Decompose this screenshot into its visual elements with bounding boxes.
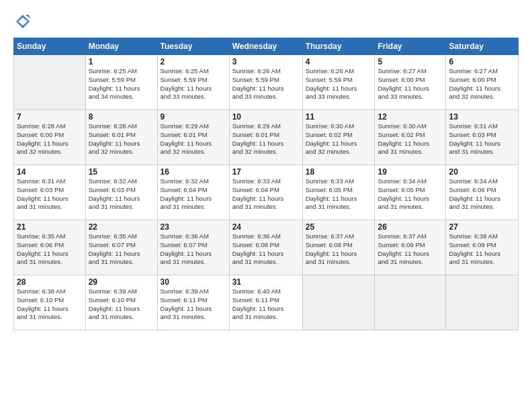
calendar-cell: 3Sunrise: 6:26 AM Sunset: 5:59 PM Daylig… bbox=[229, 55, 302, 110]
day-info: Sunrise: 6:29 AM Sunset: 6:01 PM Dayligh… bbox=[161, 122, 226, 156]
calendar-cell: 12Sunrise: 6:30 AM Sunset: 6:02 PM Dayli… bbox=[375, 110, 446, 165]
dow-header-monday: Monday bbox=[85, 38, 157, 55]
calendar-cell: 25Sunrise: 6:37 AM Sunset: 6:08 PM Dayli… bbox=[302, 220, 375, 275]
day-info: Sunrise: 6:31 AM Sunset: 6:03 PM Dayligh… bbox=[449, 122, 515, 156]
day-info: Sunrise: 6:33 AM Sunset: 6:05 PM Dayligh… bbox=[306, 177, 372, 212]
day-info: Sunrise: 6:39 AM Sunset: 6:11 PM Dayligh… bbox=[161, 287, 226, 322]
svg-marker-2 bbox=[26, 15, 31, 19]
day-info: Sunrise: 6:26 AM Sunset: 5:59 PM Dayligh… bbox=[306, 67, 372, 101]
page: SundayMondayTuesdayWednesdayThursdayFrid… bbox=[0, 0, 532, 411]
day-info: Sunrise: 6:37 AM Sunset: 6:08 PM Dayligh… bbox=[306, 232, 372, 267]
calendar-cell: 4Sunrise: 6:26 AM Sunset: 5:59 PM Daylig… bbox=[302, 55, 375, 110]
day-number: 9 bbox=[161, 112, 226, 122]
day-info: Sunrise: 6:36 AM Sunset: 6:07 PM Dayligh… bbox=[161, 232, 226, 267]
day-info: Sunrise: 6:32 AM Sunset: 6:04 PM Dayligh… bbox=[161, 177, 226, 212]
calendar-cell: 15Sunrise: 6:32 AM Sunset: 6:03 PM Dayli… bbox=[85, 165, 157, 220]
day-number: 31 bbox=[232, 277, 300, 287]
calendar-cell: 22Sunrise: 6:35 AM Sunset: 6:07 PM Dayli… bbox=[85, 220, 157, 275]
calendar-cell: 19Sunrise: 6:34 AM Sunset: 6:05 PM Dayli… bbox=[375, 165, 446, 220]
calendar-cell: 7Sunrise: 6:28 AM Sunset: 6:00 PM Daylig… bbox=[14, 110, 86, 165]
calendar-cell: 28Sunrise: 6:38 AM Sunset: 6:10 PM Dayli… bbox=[14, 275, 86, 330]
calendar-cell: 10Sunrise: 6:29 AM Sunset: 6:01 PM Dayli… bbox=[229, 110, 302, 165]
day-info: Sunrise: 6:34 AM Sunset: 6:05 PM Dayligh… bbox=[378, 177, 443, 212]
dow-header-wednesday: Wednesday bbox=[229, 38, 302, 55]
day-number: 22 bbox=[89, 222, 154, 232]
day-info: Sunrise: 6:30 AM Sunset: 6:02 PM Dayligh… bbox=[378, 122, 443, 156]
calendar-cell: 20Sunrise: 6:34 AM Sunset: 6:06 PM Dayli… bbox=[446, 165, 519, 220]
header bbox=[13, 12, 519, 31]
calendar-cell: 16Sunrise: 6:32 AM Sunset: 6:04 PM Dayli… bbox=[157, 165, 229, 220]
day-number: 15 bbox=[89, 167, 154, 177]
day-info: Sunrise: 6:35 AM Sunset: 6:07 PM Dayligh… bbox=[89, 232, 154, 267]
week-row-4: 21Sunrise: 6:35 AM Sunset: 6:06 PM Dayli… bbox=[14, 220, 519, 275]
day-info: Sunrise: 6:28 AM Sunset: 6:01 PM Dayligh… bbox=[89, 122, 154, 156]
day-info: Sunrise: 6:25 AM Sunset: 5:59 PM Dayligh… bbox=[161, 67, 226, 101]
day-number: 7 bbox=[17, 112, 83, 122]
day-number: 18 bbox=[306, 167, 372, 177]
day-info: Sunrise: 6:38 AM Sunset: 6:09 PM Dayligh… bbox=[449, 232, 515, 267]
day-info: Sunrise: 6:25 AM Sunset: 5:59 PM Dayligh… bbox=[89, 67, 154, 101]
day-number: 17 bbox=[232, 167, 300, 177]
calendar-cell: 18Sunrise: 6:33 AM Sunset: 6:05 PM Dayli… bbox=[302, 165, 375, 220]
calendar-cell: 14Sunrise: 6:31 AM Sunset: 6:03 PM Dayli… bbox=[14, 165, 86, 220]
day-info: Sunrise: 6:29 AM Sunset: 6:01 PM Dayligh… bbox=[232, 122, 300, 156]
calendar-cell: 9Sunrise: 6:29 AM Sunset: 6:01 PM Daylig… bbox=[157, 110, 229, 165]
calendar-cell: 17Sunrise: 6:33 AM Sunset: 6:04 PM Dayli… bbox=[229, 165, 302, 220]
day-number: 24 bbox=[232, 222, 300, 232]
day-number: 4 bbox=[306, 57, 372, 66]
day-info: Sunrise: 6:30 AM Sunset: 6:02 PM Dayligh… bbox=[306, 122, 372, 156]
calendar-cell: 21Sunrise: 6:35 AM Sunset: 6:06 PM Dayli… bbox=[14, 220, 86, 275]
day-number: 13 bbox=[449, 112, 515, 122]
calendar-cell: 31Sunrise: 6:40 AM Sunset: 6:11 PM Dayli… bbox=[229, 275, 302, 330]
calendar-cell bbox=[446, 275, 519, 330]
day-number: 16 bbox=[161, 167, 226, 177]
calendar-table: SundayMondayTuesdayWednesdayThursdayFrid… bbox=[13, 38, 519, 330]
calendar-cell: 8Sunrise: 6:28 AM Sunset: 6:01 PM Daylig… bbox=[85, 110, 157, 165]
calendar-cell bbox=[302, 275, 375, 330]
day-number: 29 bbox=[89, 277, 154, 287]
day-info: Sunrise: 6:40 AM Sunset: 6:11 PM Dayligh… bbox=[232, 287, 300, 322]
day-info: Sunrise: 6:37 AM Sunset: 6:09 PM Dayligh… bbox=[378, 232, 443, 267]
day-number: 6 bbox=[449, 57, 515, 66]
day-info: Sunrise: 6:38 AM Sunset: 6:10 PM Dayligh… bbox=[17, 287, 83, 322]
calendar-cell: 13Sunrise: 6:31 AM Sunset: 6:03 PM Dayli… bbox=[446, 110, 519, 165]
logo-icon bbox=[13, 12, 32, 31]
day-number: 25 bbox=[306, 222, 372, 232]
dow-header-sunday: Sunday bbox=[14, 38, 86, 55]
calendar-cell: 30Sunrise: 6:39 AM Sunset: 6:11 PM Dayli… bbox=[157, 275, 229, 330]
logo bbox=[13, 12, 35, 31]
calendar-cell: 6Sunrise: 6:27 AM Sunset: 6:00 PM Daylig… bbox=[446, 55, 519, 110]
day-info: Sunrise: 6:31 AM Sunset: 6:03 PM Dayligh… bbox=[17, 177, 83, 212]
day-info: Sunrise: 6:32 AM Sunset: 6:03 PM Dayligh… bbox=[89, 177, 154, 212]
calendar-cell: 5Sunrise: 6:27 AM Sunset: 6:00 PM Daylig… bbox=[375, 55, 446, 110]
dow-header-thursday: Thursday bbox=[302, 38, 375, 55]
week-row-5: 28Sunrise: 6:38 AM Sunset: 6:10 PM Dayli… bbox=[14, 275, 519, 330]
dow-header-friday: Friday bbox=[375, 38, 446, 55]
calendar-cell: 26Sunrise: 6:37 AM Sunset: 6:09 PM Dayli… bbox=[375, 220, 446, 275]
calendar-cell: 23Sunrise: 6:36 AM Sunset: 6:07 PM Dayli… bbox=[157, 220, 229, 275]
calendar-cell: 24Sunrise: 6:36 AM Sunset: 6:08 PM Dayli… bbox=[229, 220, 302, 275]
calendar-cell bbox=[14, 55, 86, 110]
day-number: 5 bbox=[378, 57, 443, 66]
calendar-cell: 27Sunrise: 6:38 AM Sunset: 6:09 PM Dayli… bbox=[446, 220, 519, 275]
week-row-1: 1Sunrise: 6:25 AM Sunset: 5:59 PM Daylig… bbox=[14, 55, 519, 110]
week-row-2: 7Sunrise: 6:28 AM Sunset: 6:00 PM Daylig… bbox=[14, 110, 519, 165]
day-info: Sunrise: 6:27 AM Sunset: 6:00 PM Dayligh… bbox=[378, 67, 443, 101]
calendar-cell bbox=[375, 275, 446, 330]
day-number: 28 bbox=[17, 277, 83, 287]
calendar-cell: 11Sunrise: 6:30 AM Sunset: 6:02 PM Dayli… bbox=[302, 110, 375, 165]
day-number: 2 bbox=[161, 57, 226, 66]
day-number: 19 bbox=[378, 167, 443, 177]
day-number: 21 bbox=[17, 222, 83, 232]
calendar-cell: 1Sunrise: 6:25 AM Sunset: 5:59 PM Daylig… bbox=[85, 55, 157, 110]
dow-header-saturday: Saturday bbox=[446, 38, 519, 55]
week-row-3: 14Sunrise: 6:31 AM Sunset: 6:03 PM Dayli… bbox=[14, 165, 519, 220]
day-info: Sunrise: 6:34 AM Sunset: 6:06 PM Dayligh… bbox=[449, 177, 515, 212]
day-info: Sunrise: 6:35 AM Sunset: 6:06 PM Dayligh… bbox=[17, 232, 83, 267]
day-number: 12 bbox=[378, 112, 443, 122]
day-number: 8 bbox=[89, 112, 154, 122]
day-info: Sunrise: 6:39 AM Sunset: 6:10 PM Dayligh… bbox=[89, 287, 154, 322]
day-info: Sunrise: 6:26 AM Sunset: 5:59 PM Dayligh… bbox=[232, 67, 300, 101]
day-number: 23 bbox=[161, 222, 226, 232]
day-number: 10 bbox=[232, 112, 300, 122]
